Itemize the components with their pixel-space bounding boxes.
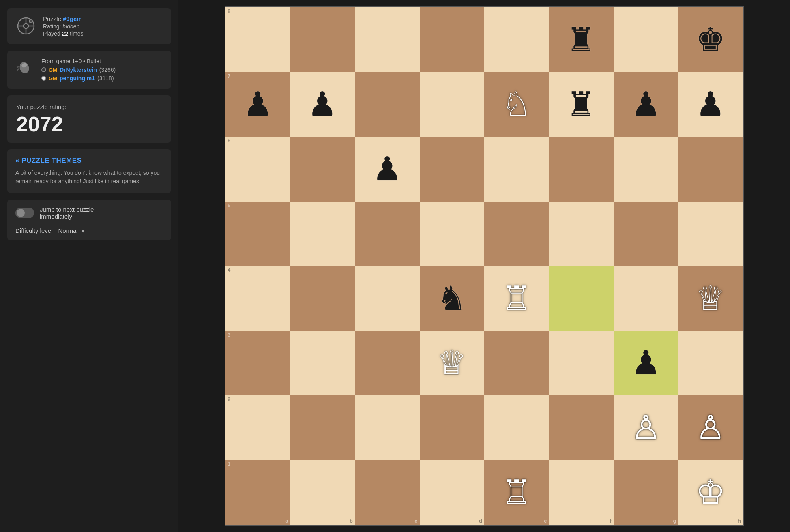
player1-dot: [41, 67, 46, 72]
difficulty-value: Normal: [58, 227, 77, 234]
piece-wN-e7[interactable]: ♘: [502, 88, 532, 121]
square-d4[interactable]: ♞: [420, 266, 485, 331]
puzzle-id[interactable]: #Jgeir: [63, 15, 81, 22]
square-f6[interactable]: [549, 137, 614, 202]
square-b8[interactable]: [290, 7, 355, 72]
square-h2[interactable]: ♙: [678, 395, 743, 460]
piece-bP-h7[interactable]: ♟: [696, 88, 726, 121]
square-d1[interactable]: d: [420, 460, 485, 525]
square-c8[interactable]: [355, 7, 420, 72]
jump-row: Jump to next puzzleimmediately: [15, 206, 163, 220]
square-a2[interactable]: 2: [225, 395, 290, 460]
square-e1[interactable]: e♖: [484, 460, 549, 525]
square-f8[interactable]: ♜: [549, 7, 614, 72]
square-f7[interactable]: ♜: [549, 72, 614, 137]
square-e6[interactable]: [484, 137, 549, 202]
square-c6[interactable]: ♟: [355, 137, 420, 202]
square-a6[interactable]: 6: [225, 137, 290, 202]
square-a3[interactable]: 3: [225, 331, 290, 396]
square-f3[interactable]: [549, 331, 614, 396]
piece-bP-b7[interactable]: ♟: [307, 88, 337, 121]
square-a7[interactable]: 7♟: [225, 72, 290, 137]
square-h7[interactable]: ♟: [678, 72, 743, 137]
square-c7[interactable]: [355, 72, 420, 137]
square-g4[interactable]: [614, 266, 678, 331]
square-h3[interactable]: [678, 331, 743, 396]
piece-bK-h8[interactable]: ♚: [696, 23, 726, 56]
piece-bR-f8[interactable]: ♜: [566, 23, 596, 56]
rank-label-3: 3: [228, 332, 230, 337]
player1-name[interactable]: DrNykterstein: [60, 66, 97, 73]
square-c1[interactable]: c: [355, 460, 420, 525]
svg-point-9: [18, 61, 30, 75]
square-d5[interactable]: [420, 202, 485, 266]
square-g1[interactable]: g: [614, 460, 678, 525]
square-e3[interactable]: [484, 331, 549, 396]
bullet-icon: [15, 58, 35, 77]
jump-toggle[interactable]: [15, 208, 34, 218]
square-f1[interactable]: f: [549, 460, 614, 525]
square-d6[interactable]: [420, 137, 485, 202]
piece-wR-e1[interactable]: ♖: [502, 476, 532, 509]
square-c5[interactable]: [355, 202, 420, 266]
square-a8[interactable]: 8: [225, 7, 290, 72]
piece-bP-g3[interactable]: ♟: [631, 346, 661, 380]
square-f4[interactable]: [549, 266, 614, 331]
square-f2[interactable]: [549, 395, 614, 460]
piece-bP-c6[interactable]: ♟: [372, 152, 402, 186]
square-h6[interactable]: [678, 137, 743, 202]
puzzle-rating: Rating: hidden: [43, 23, 84, 30]
square-e8[interactable]: [484, 7, 549, 72]
square-d3[interactable]: ♕: [420, 331, 485, 396]
square-e2[interactable]: [484, 395, 549, 460]
piece-bP-g7[interactable]: ♟: [631, 88, 661, 121]
square-c3[interactable]: [355, 331, 420, 396]
square-a1[interactable]: 1a: [225, 460, 290, 525]
square-h8[interactable]: ♚: [678, 7, 743, 72]
square-g5[interactable]: [614, 202, 678, 266]
rank-label-5: 5: [228, 203, 230, 208]
piece-bN-d4[interactable]: ♞: [437, 282, 467, 315]
square-d2[interactable]: [420, 395, 485, 460]
square-g7[interactable]: ♟: [614, 72, 678, 137]
player2-row: GM penguingim1 (3118): [41, 75, 116, 82]
square-a5[interactable]: 5: [225, 202, 290, 266]
square-c2[interactable]: [355, 395, 420, 460]
square-h1[interactable]: h♔: [678, 460, 743, 525]
file-label-c: c: [414, 518, 417, 523]
themes-link[interactable]: « PUZZLE THEMES: [15, 157, 163, 165]
square-d8[interactable]: [420, 7, 485, 72]
chess-board[interactable]: 8♜♚7♟♟♘♜♟♟6♟54♞♖♕3♕♟2♙♙1abcde♖fgh♔: [225, 6, 744, 526]
square-b7[interactable]: ♟: [290, 72, 355, 137]
square-b5[interactable]: [290, 202, 355, 266]
square-b4[interactable]: [290, 266, 355, 331]
square-g8[interactable]: [614, 7, 678, 72]
piece-bP-a7[interactable]: ♟: [243, 88, 273, 121]
square-b1[interactable]: b: [290, 460, 355, 525]
square-g2[interactable]: ♙: [614, 395, 678, 460]
square-d7[interactable]: [420, 72, 485, 137]
square-e7[interactable]: ♘: [484, 72, 549, 137]
piece-wK-h1[interactable]: ♔: [696, 476, 726, 509]
piece-wR-e4[interactable]: ♖: [502, 282, 532, 315]
square-h4[interactable]: ♕: [678, 266, 743, 331]
square-e5[interactable]: [484, 202, 549, 266]
square-h5[interactable]: [678, 202, 743, 266]
piece-wP-h2[interactable]: ♙: [696, 411, 726, 444]
square-g6[interactable]: [614, 137, 678, 202]
square-g3[interactable]: ♟: [614, 331, 678, 396]
piece-bR-f7[interactable]: ♜: [566, 88, 596, 121]
difficulty-select[interactable]: Normal ▼: [58, 227, 86, 234]
rating-label: Your puzzle rating:: [16, 103, 162, 110]
piece-wQ-d3[interactable]: ♕: [437, 346, 467, 380]
square-b6[interactable]: [290, 137, 355, 202]
square-f5[interactable]: [549, 202, 614, 266]
square-c4[interactable]: [355, 266, 420, 331]
square-a4[interactable]: 4: [225, 266, 290, 331]
square-e4[interactable]: ♖: [484, 266, 549, 331]
square-b2[interactable]: [290, 395, 355, 460]
square-b3[interactable]: [290, 331, 355, 396]
piece-wP-g2[interactable]: ♙: [631, 411, 661, 444]
piece-wQ-h4[interactable]: ♕: [696, 282, 726, 315]
player2-name[interactable]: penguingim1: [60, 75, 95, 82]
